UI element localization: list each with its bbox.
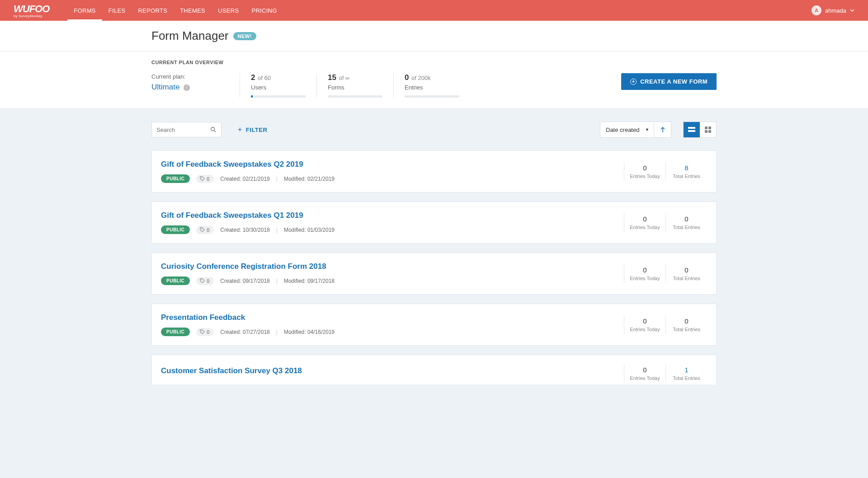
svg-point-11 [201,330,202,331]
total-entries-col: 0Total Entries [665,315,707,334]
svg-point-9 [201,228,202,229]
total-entries-col: 0Total Entries [665,213,707,232]
nav-item-themes[interactable]: THEMES [174,0,212,21]
total-entries-value: 0 [666,317,707,325]
created-date: Created: 07/27/2018 [220,329,269,335]
entries-today-label: Entries Today [624,173,665,179]
created-date: Created: 10/30/2018 [220,227,269,233]
total-entries-value: 0 [666,266,707,274]
grid-view-button[interactable] [700,122,716,137]
form-title[interactable]: Curiosity Conference Registration Form 2… [161,262,624,271]
total-entries-col: 8Total Entries [665,162,707,181]
entries-today-col: 0Entries Today [624,264,665,283]
meta-divider: | [276,176,278,182]
stat-top: 2 of 60 [251,73,306,82]
entries-today-value: 0 [624,266,665,274]
form-card: Gift of Feedback Sweepstakes Q1 2019PUBL… [151,202,717,244]
top-nav: WUFOO by SurveyMonkey FORMSFILESREPORTST… [0,0,868,21]
entries-today-col: 0Entries Today [624,213,665,232]
sort-select[interactable]: Date created ▼ [600,122,654,138]
meta-divider: | [276,329,278,335]
progress-bar [251,95,306,98]
tag-count[interactable]: 0 [196,226,214,234]
total-entries-value[interactable]: 8 [666,164,707,172]
form-card: Presentation FeedbackPUBLIC0Created: 07/… [151,304,717,346]
progress-bar [405,95,459,98]
svg-line-1 [214,131,216,132]
nav-item-users[interactable]: USERS [212,0,245,21]
form-title[interactable]: Gift of Feedback Sweepstakes Q1 2019 [161,211,624,220]
nav-item-reports[interactable]: REPORTS [132,0,174,21]
svg-rect-3 [688,130,695,132]
svg-rect-4 [705,127,708,129]
created-date: Created: 09/17/2018 [220,278,269,284]
total-entries-label: Total Entries [666,327,707,332]
entries-today-label: Entries Today [624,276,665,281]
entries-today-col: 0Entries Today [624,315,665,334]
sort-direction-button[interactable] [654,122,671,138]
nav-item-forms[interactable]: FORMS [67,0,102,21]
tag-icon [200,329,205,334]
stat-top: 0 of 200k [405,73,459,82]
search-input[interactable] [156,127,210,133]
search-box[interactable] [151,122,222,137]
tag-count[interactable]: 0 [196,328,214,336]
tag-count[interactable]: 0 [196,277,214,285]
tag-count[interactable]: 0 [196,175,214,183]
form-title[interactable]: Presentation Feedback [161,313,624,322]
public-badge: PUBLIC [161,276,190,285]
tag-icon [200,176,205,181]
meta-divider: | [276,278,278,284]
logo[interactable]: WUFOO by SurveyMonkey [14,3,49,18]
current-plan-label: Current plan: [151,73,240,80]
entries-today-col: 0Entries Today [624,364,665,383]
plan-stat: 0 of 200kEntries [393,73,470,98]
total-entries-col: 0Total Entries [665,264,707,283]
form-title[interactable]: Gift of Feedback Sweepstakes Q2 2019 [161,160,624,169]
total-entries-label: Total Entries [666,375,707,381]
plan-name[interactable]: Ultimate [151,83,179,91]
plan-heading: CURRENT PLAN OVERVIEW [151,60,717,65]
public-badge: PUBLIC [161,328,190,336]
svg-point-8 [201,177,202,178]
total-entries-label: Total Entries [666,225,707,230]
user-menu[interactable]: A ahmada [811,5,854,15]
chevron-down-icon [850,8,854,13]
title-bar: Form Manager NEW! [0,21,868,52]
created-date: Created: 02/21/2019 [220,176,269,182]
entries-today-value: 0 [624,215,665,223]
nav-item-pricing[interactable]: PRICING [245,0,283,21]
entries-today-value: 0 [624,164,665,172]
total-entries-value[interactable]: 1 [666,366,707,374]
filter-button[interactable]: + FILTER [238,126,267,134]
form-meta: PUBLIC0Created: 07/27/2018|Modified: 04/… [161,328,624,336]
grid-icon [705,127,711,133]
form-title[interactable]: Customer Satisfaction Survey Q3 2018 [161,366,624,375]
public-badge: PUBLIC [161,225,190,234]
total-entries-col: 1Total Entries [665,364,707,383]
create-form-button[interactable]: + CREATE A NEW FORM [621,73,717,90]
svg-point-0 [211,127,215,131]
form-card: Gift of Feedback Sweepstakes Q2 2019PUBL… [151,150,717,192]
total-entries-label: Total Entries [666,276,707,281]
modified-date: Modified: 02/21/2019 [284,176,335,182]
stat-label: Entries [405,84,459,91]
stat-label: Users [251,84,306,91]
progress-bar [328,95,382,98]
view-toggle [683,122,717,138]
entries-today-value: 0 [624,366,665,374]
svg-point-10 [201,279,202,280]
plan-stat: 15 of ∞Forms [316,73,393,98]
svg-rect-5 [708,127,711,129]
search-icon [210,127,217,133]
info-icon[interactable]: i [184,84,190,91]
form-meta: PUBLIC0Created: 02/21/2019|Modified: 02/… [161,174,624,183]
nav-item-files[interactable]: FILES [102,0,132,21]
tag-icon [200,227,205,232]
stat-label: Forms [328,84,382,91]
entries-today-label: Entries Today [624,327,665,332]
tag-icon [200,278,205,283]
svg-rect-6 [705,130,708,133]
list-view-button[interactable] [684,122,700,137]
entries-today-value: 0 [624,317,665,325]
